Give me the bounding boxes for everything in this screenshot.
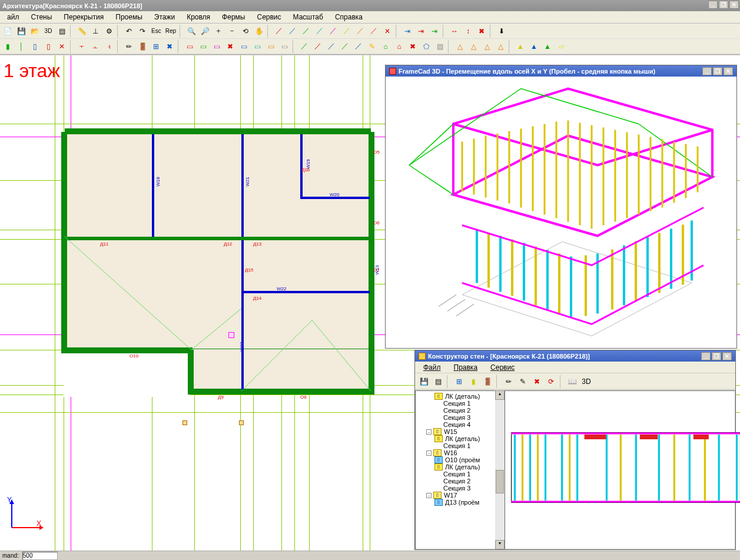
- menu-file[interactable]: айл: [2, 12, 24, 22]
- 3d-icon[interactable]: 3D: [42, 25, 55, 38]
- winc-mark-icon[interactable]: ✎: [516, 375, 529, 388]
- zoom-window-icon[interactable]: 🔎: [198, 25, 211, 38]
- menu-roof[interactable]: Кровля: [182, 12, 215, 22]
- close-button[interactable]: ✕: [729, 1, 739, 9]
- settings-icon[interactable]: ⚙: [102, 25, 115, 38]
- roof-line-2-icon[interactable]: ／: [311, 40, 324, 53]
- roof-line-3-icon[interactable]: ／: [325, 40, 338, 53]
- rect-cyan-icon[interactable]: ▭: [251, 40, 264, 53]
- wall-del-icon[interactable]: ✕: [55, 40, 68, 53]
- roof-del-icon[interactable]: ✖: [406, 40, 419, 53]
- roof-a-icon[interactable]: ⌂: [379, 40, 392, 53]
- truss-mag-icon[interactable]: ▱: [555, 40, 568, 53]
- line-del-icon[interactable]: ✕: [381, 25, 394, 38]
- layers-icon[interactable]: ▤: [55, 25, 68, 38]
- measure-icon[interactable]: 📏: [75, 25, 88, 38]
- scroll-up-icon[interactable]: ▴: [495, 390, 505, 400]
- tree-row[interactable]: Секция 3: [416, 485, 504, 492]
- wall-tool-2-icon[interactable]: ⇥: [414, 25, 427, 38]
- tree-row[interactable]: Секция 1: [416, 470, 504, 478]
- winc-door-icon[interactable]: 🚪: [481, 375, 494, 388]
- wall-tree[interactable]: ▯ЛК (деталь)▴Секция 1Секция 2Секция 3Сек…: [415, 390, 505, 549]
- roof-c-icon[interactable]: ⬠: [420, 40, 433, 53]
- line-orange-icon[interactable]: ／: [354, 25, 367, 38]
- winc-menu-service[interactable]: Сервис: [486, 362, 519, 373]
- tree-row[interactable]: ▯ЛК (деталь)▴: [416, 392, 504, 400]
- roof-build-icon[interactable]: ▤: [433, 40, 446, 53]
- winc-maximize[interactable]: ❐: [712, 352, 721, 360]
- edit-icon[interactable]: ✏: [122, 40, 135, 53]
- winc-layers-icon[interactable]: ▤: [432, 375, 444, 388]
- truss-3-icon[interactable]: △: [480, 40, 493, 53]
- tree-row[interactable]: Секция 2: [416, 478, 504, 485]
- truss-2-icon[interactable]: △: [467, 40, 480, 53]
- tree-row[interactable]: -▯W17: [416, 492, 504, 499]
- selection-handle[interactable]: [228, 332, 234, 338]
- undo-icon[interactable]: ↶: [122, 25, 135, 38]
- rect-green-icon[interactable]: ▭: [197, 40, 210, 53]
- truss-blue-icon[interactable]: ▲: [527, 40, 540, 53]
- new-icon[interactable]: 📄: [1, 25, 14, 38]
- wall-tool-1-icon[interactable]: ⇥: [401, 25, 414, 38]
- win3d-maximize[interactable]: ❐: [713, 67, 722, 75]
- line-green-icon[interactable]: ／: [300, 25, 313, 38]
- zoom-extents-icon[interactable]: 🔍: [185, 25, 198, 38]
- wall-red-icon[interactable]: ▯: [42, 40, 55, 53]
- winc-save-icon[interactable]: 💾: [417, 375, 430, 388]
- export-icon[interactable]: ⬇: [495, 25, 508, 38]
- window-icon[interactable]: ⊞: [150, 40, 162, 53]
- zoom-out-icon[interactable]: －: [225, 25, 238, 38]
- truss-4-icon[interactable]: △: [494, 40, 507, 53]
- tree-row[interactable]: Секция 1: [416, 442, 504, 449]
- roof-edit-icon[interactable]: ✎: [366, 40, 379, 53]
- dim-v-icon[interactable]: ↕: [462, 25, 474, 38]
- tree-row[interactable]: Секция 2: [416, 407, 504, 414]
- line-blue-icon[interactable]: ／: [286, 25, 299, 38]
- wall-green-icon[interactable]: ▮: [1, 40, 14, 53]
- wall-tool-3-icon[interactable]: ⇥: [428, 25, 441, 38]
- wall-constructor-window[interactable]: Конструктор стен - [Красноярск К-21 (180…: [414, 350, 736, 550]
- tree-row[interactable]: ▯О10 (проём: [416, 456, 504, 463]
- truss-yellow-icon[interactable]: ▲: [514, 40, 527, 53]
- align-l-icon[interactable]: ⫟: [75, 40, 88, 53]
- tree-row[interactable]: -▯W15: [416, 428, 504, 435]
- framecad-3d-viewport[interactable]: [386, 77, 736, 348]
- menu-service[interactable]: Сервис: [252, 12, 286, 22]
- winc-menu-edit[interactable]: Правка: [449, 362, 483, 373]
- winc-minimize[interactable]: _: [701, 352, 711, 360]
- minimize-button[interactable]: _: [708, 1, 718, 9]
- marker-icon[interactable]: [239, 420, 244, 425]
- winc-close[interactable]: ✕: [722, 352, 732, 360]
- align-c-icon[interactable]: ⫠: [89, 40, 102, 53]
- roof-b-icon[interactable]: ⌂: [393, 40, 406, 53]
- wall-thin-icon[interactable]: │: [15, 40, 28, 53]
- menu-openings[interactable]: Проемы: [111, 12, 147, 22]
- winc-book-icon[interactable]: 📖: [566, 375, 579, 388]
- rect-red-icon[interactable]: ▭: [183, 40, 196, 53]
- scroll-down-icon[interactable]: ▾: [495, 540, 505, 549]
- perp-icon[interactable]: ⊥: [89, 25, 102, 38]
- tree-row[interactable]: -▯W16: [416, 449, 504, 456]
- tree-row[interactable]: Секция 4: [416, 421, 504, 428]
- door-icon[interactable]: 🚪: [136, 40, 149, 53]
- framecad-3d-window[interactable]: FrameCad 3D - Перемещение вдоль осей X и…: [385, 65, 737, 349]
- rect-del-icon[interactable]: ✖: [224, 40, 237, 53]
- line-red2-icon[interactable]: ／: [367, 25, 380, 38]
- tree-row[interactable]: ▯ЛК (деталь): [416, 435, 504, 442]
- truss-green-icon[interactable]: ▲: [541, 40, 554, 53]
- line-magenta-icon[interactable]: ／: [327, 25, 340, 38]
- rep-label[interactable]: Rep: [164, 28, 178, 34]
- menu-walls[interactable]: Стены: [26, 12, 57, 22]
- winc-menu-file[interactable]: Файл: [419, 362, 446, 373]
- rect-grey-icon[interactable]: ▭: [278, 40, 291, 53]
- save-icon[interactable]: 💾: [15, 25, 28, 38]
- wall-elevation-view[interactable]: [505, 390, 735, 549]
- esc-label[interactable]: Esc: [150, 28, 163, 34]
- menu-trusses[interactable]: Фермы: [217, 12, 250, 22]
- tree-expander[interactable]: -: [426, 429, 432, 435]
- roof-line-5-icon[interactable]: ／: [352, 40, 365, 53]
- menu-help[interactable]: Справка: [330, 12, 367, 22]
- align-r-icon[interactable]: ⫞: [102, 40, 115, 53]
- menu-floors[interactable]: Перекрытия: [59, 12, 108, 22]
- tree-expander[interactable]: -: [426, 493, 432, 498]
